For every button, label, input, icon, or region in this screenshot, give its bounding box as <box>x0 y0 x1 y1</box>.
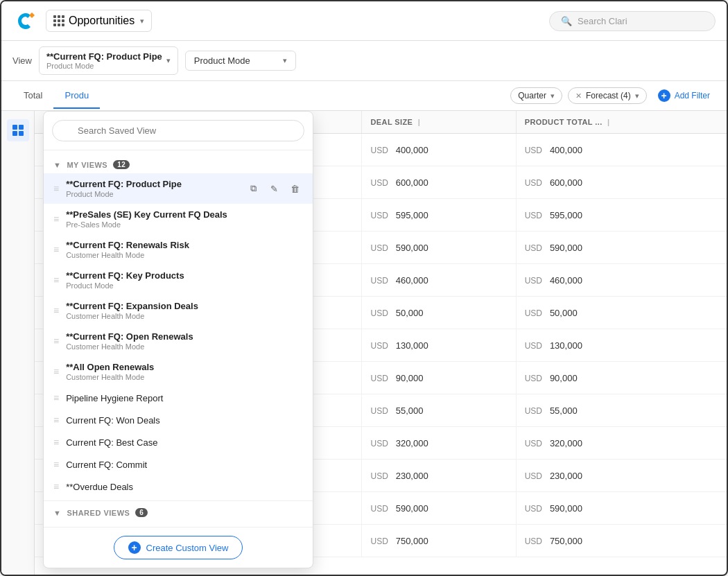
cell-deal-size: USD 50,000 <box>362 297 516 329</box>
shared-views-chevron: ▼ <box>53 509 61 517</box>
view-item-content: **Overdue Deals <box>66 482 303 492</box>
view-item[interactable]: ≡ Pipeline Hygiene Report <box>44 387 313 409</box>
view-item-subtitle: Product Mode <box>66 190 239 198</box>
view-item[interactable]: ≡ **Overdue Deals <box>44 475 313 498</box>
global-search[interactable]: 🔍 Search Clari <box>549 11 716 31</box>
view-item-title: Current FQ: Best Case <box>66 437 303 448</box>
view-item-subtitle: Customer Health Mode <box>66 251 303 259</box>
app-frame: Opportunities ▾ 🔍 Search Clari View **Cu… <box>0 0 728 576</box>
delete-view-button[interactable]: 🗑 <box>286 180 303 197</box>
cell-product-total: USD 600,000 <box>516 166 727 199</box>
col-resize-deal[interactable]: | <box>418 118 421 126</box>
view-dropdown: 🔍 ▼ MY VIEWS 12 ≡ **Current FQ: Product … <box>43 111 313 568</box>
view-item[interactable]: ≡ **All Open Renewals Customer Health Mo… <box>44 356 313 387</box>
cell-deal-size: USD 130,000 <box>362 329 516 362</box>
cell-product-total: USD 230,000 <box>516 460 727 492</box>
tab-bar: Total Produ Quarter ▾ ✕ Forecast (4) ▾ +… <box>1 81 727 111</box>
view-item-content: Pipeline Hygiene Report <box>66 393 303 403</box>
add-filter-button[interactable]: + Add Filter <box>652 87 716 105</box>
view-item-title: **Current FQ: Renewals Risk <box>66 240 303 250</box>
edit-view-button[interactable]: ✎ <box>266 180 282 197</box>
tab-product-label: Produ <box>64 90 89 101</box>
my-views-section: ▼ MY VIEWS 12 ≡ **Current FQ: Product Pi… <box>44 150 313 527</box>
view-item-content: **Current FQ: Renewals Risk Customer Hea… <box>66 240 303 259</box>
view-item-subtitle: Customer Health Mode <box>66 312 303 320</box>
mode-name: Product Mode <box>194 55 250 66</box>
drag-handle-icon: ≡ <box>53 414 59 426</box>
shared-views-header[interactable]: ▼ SHARED VIEWS 6 <box>44 504 313 521</box>
view-item-title: Current FQ: Commit <box>66 460 303 470</box>
create-view-icon: + <box>128 541 141 554</box>
mode-selector[interactable]: Product Mode ▾ <box>185 51 296 71</box>
view-item-content: **Current FQ: Product Pipe Product Mode <box>66 179 239 198</box>
view-selector[interactable]: **Current FQ: Product Pipe Product Mode … <box>39 46 178 75</box>
forecast-filter-chip[interactable]: ✕ Forecast (4) ▾ <box>568 87 647 104</box>
views-list: ≡ **Current FQ: Product Pipe Product Mod… <box>44 173 313 498</box>
tab-product[interactable]: Produ <box>53 83 100 109</box>
dropdown-search-wrapper: 🔍 <box>52 120 304 141</box>
search-icon: 🔍 <box>561 16 572 26</box>
quarter-filter-chip[interactable]: Quarter ▾ <box>510 87 562 104</box>
sidebar-table-icon[interactable] <box>7 119 29 141</box>
drag-handle-icon: ≡ <box>53 183 59 194</box>
cell-product-total: USD 90,000 <box>516 362 727 394</box>
svg-rect-3 <box>19 131 24 136</box>
view-item-content: **PreSales (SE) Key Current FQ Deals Pre… <box>66 209 303 229</box>
cell-deal-size: USD 55,000 <box>362 394 516 427</box>
create-view-button[interactable]: + Create Custom View <box>114 536 243 559</box>
search-placeholder: Search Clari <box>578 16 627 26</box>
view-item-content: **Current FQ: Expansion Deals Customer H… <box>66 301 303 320</box>
my-views-header[interactable]: ▼ MY VIEWS 12 <box>44 156 313 173</box>
view-item[interactable]: ≡ Current FQ: Best Case <box>44 431 313 453</box>
copy-view-button[interactable]: ⧉ <box>245 180 261 197</box>
col-resize-product[interactable]: | <box>607 118 610 126</box>
drag-handle-icon: ≡ <box>53 392 59 403</box>
tab-total[interactable]: Total <box>12 83 53 109</box>
my-views-chevron: ▼ <box>53 161 61 169</box>
app-switcher[interactable]: Opportunities ▾ <box>46 10 152 32</box>
cell-deal-size: USD 460,000 <box>362 264 516 297</box>
drag-handle-icon: ≡ <box>53 305 59 316</box>
drag-handle-icon: ≡ <box>53 274 59 286</box>
view-item[interactable]: ≡ **Current FQ: Key Products Product Mod… <box>44 265 313 295</box>
app-chevron-icon: ▾ <box>140 17 144 26</box>
view-item-content: **All Open Renewals Customer Health Mode <box>66 362 303 381</box>
drag-handle-icon: ≡ <box>53 213 59 225</box>
view-item[interactable]: ≡ **Current FQ: Expansion Deals Customer… <box>44 295 313 326</box>
cell-deal-size: USD 90,000 <box>362 362 516 394</box>
cell-product-total: USD 590,000 <box>516 232 727 264</box>
view-selector-content: **Current FQ: Product Pipe Product Mode <box>46 51 162 70</box>
cell-product-total: USD 50,000 <box>516 297 727 329</box>
view-item[interactable]: ≡ **Current FQ: Product Pipe Product Mod… <box>44 173 313 204</box>
view-chevron-icon: ▾ <box>166 56 171 65</box>
view-item-title: **Current FQ: Open Renewals <box>66 331 303 342</box>
svg-rect-1 <box>19 125 24 130</box>
cell-product-total: USD 590,000 <box>516 492 727 525</box>
view-item-subtitle: Customer Health Mode <box>66 373 303 381</box>
grid-icon <box>53 15 64 26</box>
svg-rect-2 <box>12 131 17 136</box>
create-view-label: Create Custom View <box>146 543 229 553</box>
view-item[interactable]: ≡ Current FQ: Commit <box>44 453 313 475</box>
view-item[interactable]: ≡ **PreSales (SE) Key Current FQ Deals P… <box>44 204 313 234</box>
dropdown-search-area: 🔍 <box>44 112 313 150</box>
sidebar-panel <box>1 111 35 575</box>
view-item-content: Current FQ: Commit <box>66 460 303 470</box>
col-deal-size: DEAL SIZE | <box>362 111 516 134</box>
view-item[interactable]: ≡ **Current FQ: Open Renewals Customer H… <box>44 326 313 356</box>
forecast-close-icon[interactable]: ✕ <box>575 91 582 101</box>
view-item[interactable]: ≡ Current FQ: Won Deals <box>44 409 313 431</box>
view-item[interactable]: ≡ **Current FQ: Renewals Risk Customer H… <box>44 234 313 265</box>
clari-logo <box>12 8 37 33</box>
view-item-actions: ⧉ ✎ 🗑 <box>245 180 303 197</box>
dropdown-search-input[interactable] <box>52 120 304 141</box>
drag-handle-icon: ≡ <box>53 366 59 377</box>
view-item-content: **Current FQ: Open Renewals Customer Hea… <box>66 331 303 351</box>
svg-rect-0 <box>12 125 17 130</box>
app-name: Opportunities <box>69 15 135 27</box>
cell-deal-size: USD 590,000 <box>362 232 516 264</box>
cell-product-total: USD 55,000 <box>516 394 727 427</box>
dropdown-footer: + Create Custom View <box>44 527 313 568</box>
shared-views-badge: 6 <box>135 508 148 517</box>
view-item-subtitle: Pre-Sales Mode <box>66 220 303 229</box>
